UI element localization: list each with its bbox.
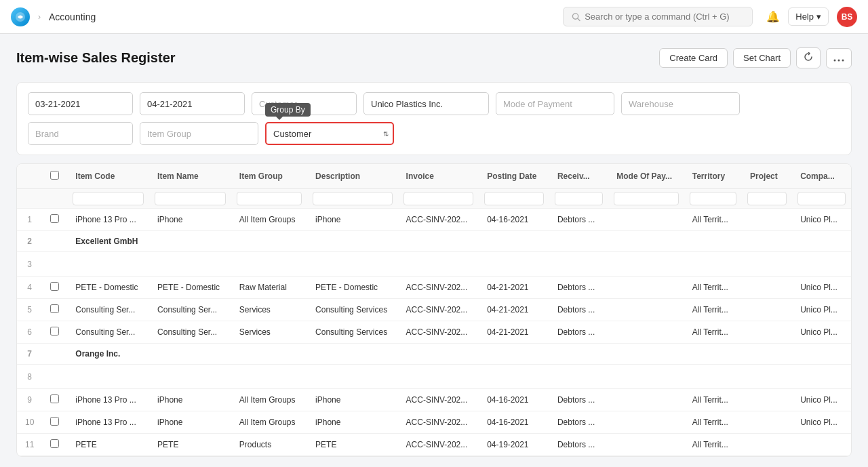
row-number: 4	[17, 277, 42, 299]
cell-receivable: Debtors ...	[549, 434, 608, 456]
col-item-code[interactable]: Item Code	[67, 164, 149, 189]
cell-item-group: All Item Groups	[231, 209, 307, 231]
group-by-select-wrapper[interactable]: Customer Item Group Brand Warehouse	[265, 122, 394, 145]
cell-company: Unico Pl...	[792, 321, 851, 344]
row-number: 9	[17, 389, 42, 411]
refresh-button[interactable]	[796, 47, 821, 68]
row-checkbox-cell[interactable]	[42, 209, 67, 231]
row-checkbox[interactable]	[50, 327, 59, 336]
row-checkbox-cell[interactable]	[42, 365, 67, 389]
cell-receivable: Debtors ...	[549, 321, 608, 344]
topbar-actions: 🔔 Help ▾ BS	[766, 7, 857, 27]
col-num	[17, 164, 42, 189]
cell-receivable: Debtors ...	[549, 411, 608, 434]
date-from-input[interactable]	[28, 92, 133, 115]
cell-posting-date: 04-21-2021	[479, 299, 549, 321]
row-checkbox[interactable]	[50, 417, 59, 426]
row-checkbox-cell[interactable]	[42, 344, 67, 365]
filter-item-name[interactable]	[155, 192, 226, 205]
cell-invoice: ACC-SINV-202...	[398, 389, 479, 411]
col-company[interactable]: Compa...	[792, 164, 851, 189]
row-checkbox-cell[interactable]	[42, 411, 67, 434]
breadcrumb-accounting[interactable]: Accounting	[49, 12, 96, 22]
help-button[interactable]: Help ▾	[788, 7, 829, 26]
create-card-button[interactable]: Create Card	[659, 48, 728, 68]
page-header: Item-wise Sales Register Create Card Set…	[16, 47, 852, 68]
filter-receivable[interactable]	[555, 192, 603, 205]
cell-receivable	[549, 365, 608, 389]
cell-posting-date: 04-21-2021	[479, 277, 549, 299]
row-checkbox[interactable]	[50, 214, 59, 223]
row-checkbox[interactable]	[50, 394, 59, 403]
payment-input[interactable]	[496, 92, 614, 115]
row-checkbox-cell[interactable]	[42, 321, 67, 344]
filter-territory[interactable]	[690, 192, 736, 205]
row-checkbox-cell[interactable]	[42, 434, 67, 456]
col-project[interactable]: Project	[742, 164, 792, 189]
warehouse-input[interactable]	[621, 92, 740, 115]
search-bar[interactable]	[563, 7, 753, 26]
row-number: 6	[17, 321, 42, 344]
cell-mode-payment	[608, 365, 684, 389]
table-row: 11PETEPETEProductsPETEACC-SINV-202...04-…	[17, 434, 851, 456]
filter-description[interactable]	[313, 192, 393, 205]
cell-mode-payment	[608, 321, 684, 344]
cell-posting-date: 04-16-2021	[479, 389, 549, 411]
row-checkbox-cell[interactable]	[42, 252, 67, 277]
filter-item-group[interactable]	[237, 192, 302, 205]
notification-bell-icon[interactable]: 🔔	[766, 10, 780, 23]
avatar[interactable]: BS	[837, 7, 857, 27]
filters-section: Group By Customer Item Group Brand Wareh…	[16, 82, 852, 155]
cell-invoice: ACC-SINV-202...	[398, 411, 479, 434]
row-checkbox-cell[interactable]	[42, 231, 67, 252]
col-posting-date[interactable]: Posting Date	[479, 164, 549, 189]
filter-invoice[interactable]	[403, 192, 474, 205]
brand-input[interactable]	[28, 122, 133, 145]
col-territory[interactable]: Territory	[684, 164, 742, 189]
col-receivable[interactable]: Receiv...	[549, 164, 608, 189]
cell-mode-payment	[608, 252, 684, 277]
filter-mode-payment[interactable]	[614, 192, 678, 205]
cell-territory	[684, 344, 742, 365]
company-input[interactable]	[363, 92, 489, 115]
cell-project	[742, 277, 792, 299]
cell-invoice	[398, 365, 479, 389]
filter-company[interactable]	[797, 192, 846, 205]
cell-project	[742, 389, 792, 411]
cell-item-code: iPhone 13 Pro ...	[67, 411, 149, 434]
date-to-input[interactable]	[140, 92, 245, 115]
cell-invoice	[398, 344, 479, 365]
col-invoice[interactable]: Invoice	[398, 164, 479, 189]
row-checkbox-cell[interactable]	[42, 299, 67, 321]
cell-item-code: iPhone 13 Pro ...	[67, 389, 149, 411]
cell-item-code	[67, 252, 149, 277]
col-checkbox	[42, 164, 67, 189]
row-number: 2	[17, 231, 42, 252]
search-input[interactable]	[585, 12, 744, 22]
group-by-select[interactable]: Customer Item Group Brand Warehouse	[265, 122, 394, 145]
cell-item-code: Consulting Ser...	[67, 299, 149, 321]
filter-posting-date[interactable]	[484, 192, 544, 205]
row-checkbox-cell[interactable]	[42, 277, 67, 299]
row-checkbox[interactable]	[50, 439, 59, 448]
group-by-tooltip: Group By	[265, 103, 311, 117]
row-checkbox[interactable]	[50, 304, 59, 313]
item-group-input[interactable]	[140, 122, 258, 145]
set-chart-button[interactable]: Set Chart	[733, 48, 791, 68]
col-item-group[interactable]: Item Group	[231, 164, 307, 189]
col-item-name[interactable]: Item Name	[149, 164, 231, 189]
cell-territory: All Territ...	[684, 321, 742, 344]
cell-item-group: Services	[231, 299, 307, 321]
col-mode-payment[interactable]: Mode Of Pay...	[608, 164, 684, 189]
row-checkbox-cell[interactable]	[42, 389, 67, 411]
row-checkbox[interactable]	[50, 282, 59, 291]
cell-item-name: iPhone	[149, 209, 231, 231]
cell-item-name	[149, 231, 231, 252]
more-options-button[interactable]	[826, 48, 852, 68]
filter-item-code[interactable]	[73, 192, 144, 205]
cell-invoice	[398, 252, 479, 277]
select-all-checkbox[interactable]	[50, 171, 59, 180]
filter-project[interactable]	[747, 192, 787, 205]
app-logo[interactable]	[11, 7, 30, 26]
col-description[interactable]: Description	[307, 164, 398, 189]
